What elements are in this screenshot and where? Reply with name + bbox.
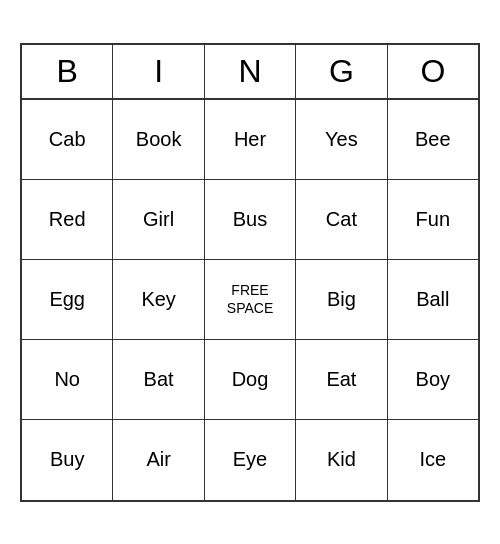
- cell-r3-c0[interactable]: No: [22, 340, 113, 420]
- cell-r0-c4[interactable]: Bee: [388, 100, 478, 180]
- header-o: O: [388, 45, 478, 100]
- cell-r3-c2[interactable]: Dog: [205, 340, 296, 420]
- header-i: I: [113, 45, 204, 100]
- cell-r3-c1[interactable]: Bat: [113, 340, 204, 420]
- bingo-row: CabBookHerYesBee: [22, 100, 478, 180]
- cell-r3-c4[interactable]: Boy: [388, 340, 478, 420]
- header-n: N: [205, 45, 296, 100]
- cell-r1-c0[interactable]: Red: [22, 180, 113, 260]
- cell-r4-c2[interactable]: Eye: [205, 420, 296, 500]
- header-g: G: [296, 45, 387, 100]
- bingo-header: B I N G O: [22, 45, 478, 100]
- cell-r1-c4[interactable]: Fun: [388, 180, 478, 260]
- cell-r0-c2[interactable]: Her: [205, 100, 296, 180]
- bingo-row: EggKeyFREESPACEBigBall: [22, 260, 478, 340]
- cell-r2-c2[interactable]: FREESPACE: [205, 260, 296, 340]
- bingo-row: BuyAirEyeKidIce: [22, 420, 478, 500]
- cell-r2-c0[interactable]: Egg: [22, 260, 113, 340]
- cell-r0-c3[interactable]: Yes: [296, 100, 387, 180]
- cell-r2-c3[interactable]: Big: [296, 260, 387, 340]
- cell-r4-c0[interactable]: Buy: [22, 420, 113, 500]
- cell-r1-c2[interactable]: Bus: [205, 180, 296, 260]
- cell-r0-c0[interactable]: Cab: [22, 100, 113, 180]
- cell-r2-c4[interactable]: Ball: [388, 260, 478, 340]
- cell-r4-c3[interactable]: Kid: [296, 420, 387, 500]
- cell-r0-c1[interactable]: Book: [113, 100, 204, 180]
- cell-r1-c1[interactable]: Girl: [113, 180, 204, 260]
- bingo-body: CabBookHerYesBeeRedGirlBusCatFunEggKeyFR…: [22, 100, 478, 500]
- cell-r1-c3[interactable]: Cat: [296, 180, 387, 260]
- cell-r3-c3[interactable]: Eat: [296, 340, 387, 420]
- cell-r4-c1[interactable]: Air: [113, 420, 204, 500]
- bingo-row: RedGirlBusCatFun: [22, 180, 478, 260]
- bingo-card: B I N G O CabBookHerYesBeeRedGirlBusCatF…: [20, 43, 480, 502]
- cell-r2-c1[interactable]: Key: [113, 260, 204, 340]
- bingo-row: NoBatDogEatBoy: [22, 340, 478, 420]
- cell-r4-c4[interactable]: Ice: [388, 420, 478, 500]
- header-b: B: [22, 45, 113, 100]
